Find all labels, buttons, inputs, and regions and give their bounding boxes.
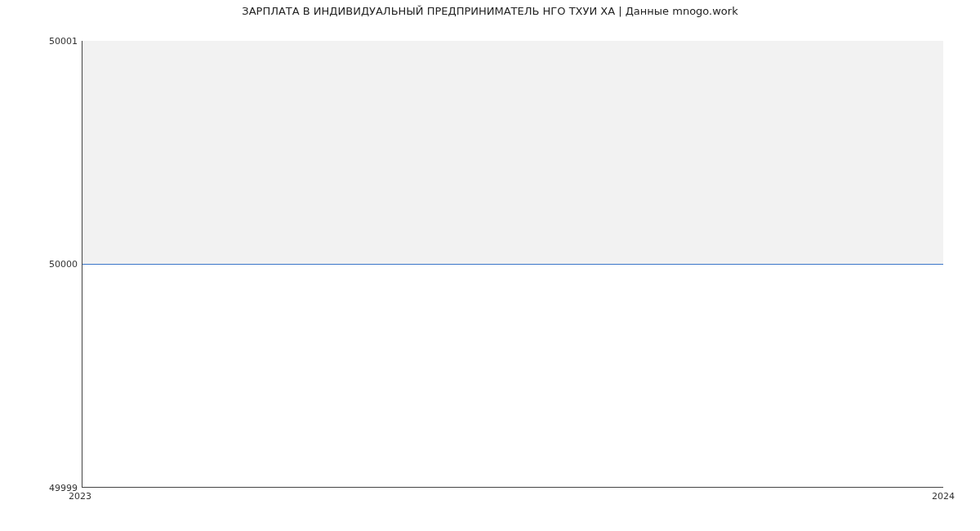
- y-tick-mid: 50000: [33, 259, 78, 270]
- plot-area: [82, 41, 943, 488]
- x-tick-left: 2023: [69, 491, 91, 502]
- series-line: [82, 264, 943, 265]
- y-tick-top: 50001: [33, 36, 78, 47]
- chart-title: ЗАРПЛАТА В ИНДИВИДУАЛЬНЫЙ ПРЕДПРИНИМАТЕЛ…: [0, 5, 980, 17]
- series-area-fill: [82, 41, 943, 264]
- x-tick-right: 2024: [932, 491, 955, 502]
- salary-chart: ЗАРПЛАТА В ИНДИВИДУАЛЬНЫЙ ПРЕДПРИНИМАТЕЛ…: [0, 0, 980, 531]
